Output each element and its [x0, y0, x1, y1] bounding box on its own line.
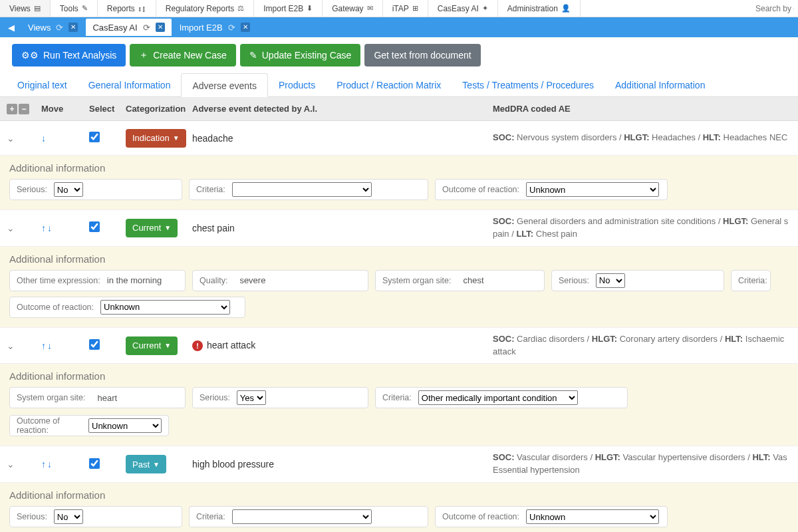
refresh-icon[interactable]: ⟳	[56, 23, 63, 33]
field-label: System organ site:	[382, 276, 452, 285]
col-meddra: MedDRA coded AE	[493, 104, 791, 114]
panel-field: Serious:NoYes	[192, 387, 368, 408]
panel-title: Additional information	[9, 370, 789, 382]
move-down-icon[interactable]: ↓	[47, 223, 52, 233]
ae-text: chest pain	[192, 223, 235, 233]
field-value: heart	[98, 393, 118, 403]
field-label: Quality:	[200, 276, 227, 285]
select[interactable]: NoYes	[237, 390, 266, 405]
categorization-dropdown[interactable]: Current ▼	[126, 219, 178, 237]
warning-icon: !	[192, 340, 203, 351]
select[interactable]: Unknown	[88, 418, 162, 433]
section-tabs: Original textGeneral InformationAdverse …	[0, 73, 798, 97]
panel-field: System organ site:heart	[9, 387, 186, 408]
caret-down-icon: ▼	[153, 461, 160, 468]
field-label: Criteria:	[382, 393, 412, 402]
panel-title: Additional information	[9, 162, 789, 174]
subtab-additional-information[interactable]: Additional Information	[604, 73, 716, 96]
select[interactable]: NoYes	[596, 273, 625, 288]
field-label: Outcome of reaction:	[17, 303, 94, 312]
tab-nav-left-icon[interactable]: ◀	[3, 23, 20, 33]
move-down-icon[interactable]: ↓	[41, 133, 46, 144]
categorization-dropdown[interactable]: Past ▼	[126, 455, 166, 473]
chevron-down-icon[interactable]: ⌄	[7, 223, 15, 233]
update-existing-case-button[interactable]: ✎ Update Existing Case	[240, 44, 361, 66]
gears-icon: ⚙⚙	[21, 50, 39, 61]
menu-caseasy-ai[interactable]: CasEasy AI✦	[428, 0, 498, 17]
field-label: Criteria:	[196, 185, 225, 194]
panel-field: Outcome of reaction:Unknown	[9, 415, 169, 436]
caret-down-icon: ▼	[164, 342, 171, 349]
close-icon[interactable]: ✕	[241, 23, 250, 32]
panel-field: Outcome of reaction:Unknown	[435, 179, 668, 200]
subtab-product-reaction-matrix[interactable]: Product / Reaction Matrix	[326, 73, 452, 96]
tab-caseasy-ai[interactable]: CasEasy AI⟳✕	[86, 19, 171, 36]
subtab-general-information[interactable]: General Information	[78, 73, 182, 96]
move-up-icon[interactable]: ↑	[41, 223, 46, 233]
select[interactable]: Unknown	[100, 300, 230, 315]
select[interactable]: Other medically important condition	[418, 390, 578, 405]
tab-import-e2b[interactable]: Import E2B⟳✕	[173, 19, 257, 36]
close-icon[interactable]: ✕	[156, 23, 165, 32]
menu-administration[interactable]: Administration👤	[498, 0, 581, 17]
select-checkbox[interactable]	[89, 458, 100, 469]
select[interactable]: NoYes	[54, 182, 83, 197]
panel-title: Additional information	[9, 253, 789, 265]
menu-glyph-icon: ▤	[34, 4, 41, 13]
subtab-products[interactable]: Products	[268, 73, 326, 96]
additional-info-panel: Additional informationSerious:NoYesCrite…	[0, 156, 798, 210]
panel-field: Serious:NoYes	[551, 270, 724, 291]
select[interactable]	[232, 509, 372, 524]
menu-itap[interactable]: iTAP⊞	[383, 0, 428, 17]
menu-gateway[interactable]: Gateway✉	[323, 0, 382, 17]
menu-tools[interactable]: Tools✎	[51, 0, 98, 17]
panel-field: Other time expression:in the morning	[9, 270, 186, 291]
menu-glyph-icon: ✎	[82, 4, 88, 13]
panel-field: Criteria:Other medically important condi…	[375, 387, 628, 408]
refresh-icon[interactable]: ⟳	[228, 23, 235, 33]
subtab-original-text[interactable]: Original text	[7, 73, 78, 96]
ae-table-header: + − Move Select Categorization Adverse e…	[0, 97, 798, 121]
field-label: Outcome of reaction:	[442, 512, 519, 521]
chevron-down-icon[interactable]: ⌄	[7, 459, 15, 469]
run-text-analysis-button[interactable]: ⚙⚙ Run Text Analysis	[12, 44, 126, 66]
expand-all-button[interactable]: +	[7, 104, 17, 114]
subtab-tests-treatments-procedures[interactable]: Tests / Treatments / Procedures	[452, 73, 604, 96]
menu-regulatory-reports[interactable]: Regulatory Reports⚖	[156, 0, 254, 17]
menu-views[interactable]: Views▤	[0, 0, 51, 17]
search-input[interactable]	[751, 0, 798, 17]
select[interactable]	[232, 182, 372, 197]
ae-table-body: ⌄↓Indication ▼headacheSOC: Nervous syste…	[0, 121, 798, 532]
select-checkbox[interactable]	[89, 221, 100, 232]
move-down-icon[interactable]: ↓	[47, 340, 52, 351]
panel-field: Outcome of reaction:Unknown	[9, 297, 245, 318]
select[interactable]: Unknown	[526, 182, 659, 197]
categorization-dropdown[interactable]: Indication ▼	[126, 129, 186, 148]
move-up-icon[interactable]: ↑	[41, 340, 46, 351]
select-checkbox[interactable]	[89, 339, 100, 350]
get-text-button[interactable]: Get text from document	[364, 44, 480, 66]
tab-views[interactable]: Views⟳✕	[21, 19, 84, 36]
select[interactable]: Unknown	[526, 509, 659, 524]
select[interactable]: NoYes	[54, 509, 83, 524]
table-row: ⌄↑↓Current ▼chest painSOC: General disor…	[0, 210, 798, 247]
meddra-text: SOC: General disorders and administratio…	[493, 215, 791, 241]
menu-reports[interactable]: Reports⫾⫿	[98, 0, 156, 17]
refresh-icon[interactable]: ⟳	[143, 23, 150, 33]
close-icon[interactable]: ✕	[68, 23, 78, 32]
field-label: Outcome of reaction:	[442, 185, 519, 194]
additional-info-panel: Additional informationSystem organ site:…	[0, 364, 798, 446]
subtab-adverse-events[interactable]: Adverse events	[181, 73, 268, 97]
select-checkbox[interactable]	[89, 132, 100, 142]
move-up-icon[interactable]: ↑	[41, 459, 46, 469]
chevron-down-icon[interactable]: ⌄	[7, 133, 15, 144]
field-label: Serious:	[17, 512, 47, 521]
top-menubar: Views▤Tools✎Reports⫾⫿Regulatory Reports⚖…	[0, 0, 798, 17]
chevron-down-icon[interactable]: ⌄	[7, 340, 15, 351]
categorization-dropdown[interactable]: Current ▼	[126, 336, 178, 355]
create-new-case-button[interactable]: ＋ Create New Case	[130, 44, 236, 66]
collapse-all-button[interactable]: −	[19, 104, 29, 114]
move-down-icon[interactable]: ↓	[47, 459, 52, 469]
ae-text: headache	[192, 133, 233, 144]
menu-import-e2b[interactable]: Import E2B⬇	[254, 0, 323, 17]
